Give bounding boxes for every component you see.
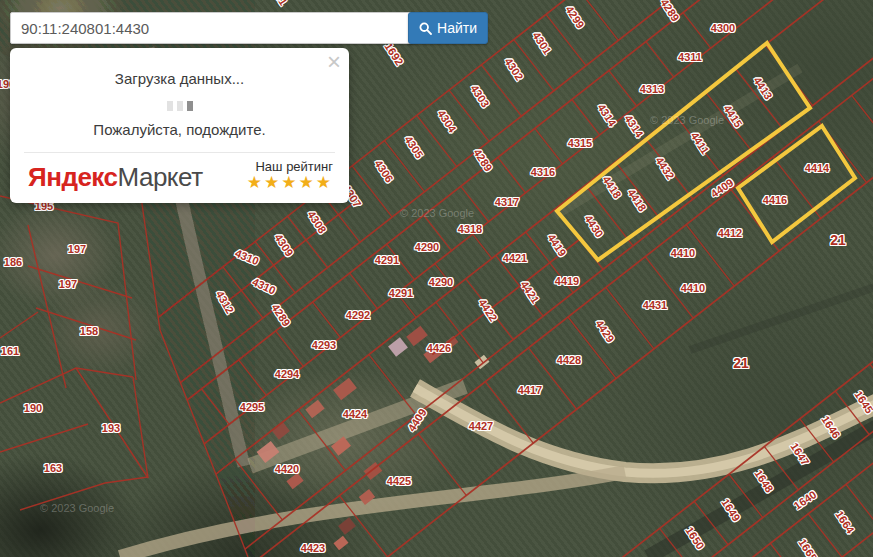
close-icon[interactable]: × — [327, 50, 341, 74]
find-button-label: Найти — [437, 20, 477, 36]
loading-spinner — [10, 101, 349, 111]
loading-dialog: × Загрузка данных... Пожалуйста, подожди… — [10, 48, 349, 203]
rating-label: Наш рейтинг — [247, 159, 333, 174]
loading-subtitle: Пожалуйста, подождите. — [10, 121, 349, 138]
find-button[interactable]: Найти — [408, 12, 488, 44]
rating-block: Наш рейтинг ★★★★★ — [247, 159, 333, 192]
yandex-market-logo[interactable]: ЯндексМаркет — [28, 162, 203, 192]
search-icon — [419, 22, 432, 35]
rating-stars: ★★★★★ — [247, 174, 333, 192]
market-logo-part: Маркет — [118, 162, 203, 192]
cadastral-number-input[interactable] — [10, 12, 414, 44]
loading-title: Загрузка данных... — [10, 70, 349, 87]
cadastral-map-app: 4299430143024303430443054306430743084309… — [0, 0, 873, 557]
yandex-logo-part: Яндекс — [28, 162, 118, 192]
